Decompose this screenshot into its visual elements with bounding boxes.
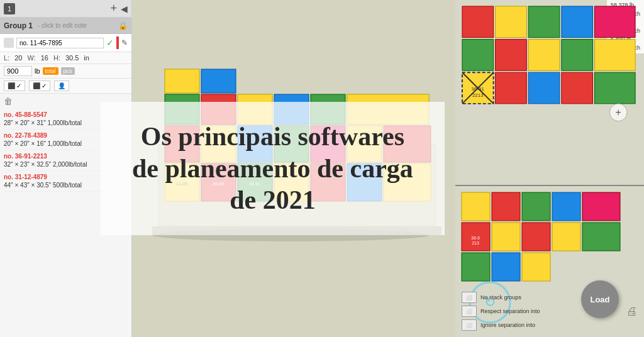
item-dims-3: 44" × 43" × 30.5" xyxy=(4,182,51,189)
total-tag[interactable]: total xyxy=(43,67,58,75)
collapse-icon[interactable]: ◀ xyxy=(121,4,128,14)
ignore-sep-label: Ignore separation into xyxy=(480,322,535,328)
weight-row: lb total pcs xyxy=(0,64,131,79)
svg-rect-56 xyxy=(522,223,550,251)
no-stack-icon[interactable]: ⬜ xyxy=(462,292,477,303)
list-item: no. 36-91-2213 32" × 23" × 32.5" 2,000lb… xyxy=(4,150,128,171)
svg-rect-58 xyxy=(582,223,620,251)
list-item: no. 31-12-4879 44" × 43" × 30.5" 500lb/t… xyxy=(4,171,128,192)
pcs-tag[interactable]: pcs xyxy=(61,67,75,75)
orient-button-3[interactable]: 👤 xyxy=(54,80,69,91)
item-id-1: no. 22-78-4389 xyxy=(4,132,47,139)
print-icon[interactable]: 🖨 xyxy=(626,305,638,318)
ignore-sep-icon[interactable]: ⬜ xyxy=(462,319,477,331)
right-panel: 58,378 lb 2,516.10 ch 1,400 lb 2,041.35 … xyxy=(455,0,644,337)
panel-header: 1 + ◀ xyxy=(0,0,131,18)
item-id-2: no. 36-91-2213 xyxy=(4,153,47,160)
svg-text:+: + xyxy=(616,107,621,118)
svg-rect-57 xyxy=(552,223,580,251)
svg-rect-19 xyxy=(274,94,309,124)
weight-input[interactable] xyxy=(4,66,32,76)
no-stack-label: No stack groups xyxy=(480,294,521,301)
cargo-icon xyxy=(4,38,14,48)
item-dims-1: 20" × 20" × 16" xyxy=(4,140,46,147)
left-panel: 1 + ◀ Group 1 - click to edit note 🔒 ✓ ✎… xyxy=(0,0,132,337)
red-bar xyxy=(116,36,119,49)
svg-rect-32 xyxy=(595,6,636,38)
svg-rect-35 xyxy=(528,40,560,71)
item-weight-3: 500lb/total xyxy=(53,182,82,189)
svg-rect-23 xyxy=(201,69,236,93)
dimensions-row: L: 20 W: 16 H: 30.5 in xyxy=(0,52,131,64)
edit-note: - click to edit note xyxy=(38,22,87,29)
right-bottom-view: 36-9 213 ↻ ⬜ No stack groups ⬜ Respect s… xyxy=(455,186,644,337)
orient-icon-1: ⬛ xyxy=(8,82,15,89)
svg-rect-18 xyxy=(238,94,272,124)
svg-text:45-88: 45-88 xyxy=(213,182,224,186)
unit-label: in xyxy=(84,54,89,62)
add-tab-icon[interactable]: + xyxy=(110,2,117,15)
orient-icon-2: ⬛ xyxy=(33,82,40,89)
svg-rect-10 xyxy=(201,126,236,162)
weight-unit: lb xyxy=(35,67,40,75)
svg-rect-40 xyxy=(528,72,560,104)
group-label: Group 1 xyxy=(4,21,33,30)
svg-rect-30 xyxy=(528,6,560,38)
item-number-input[interactable] xyxy=(16,38,104,48)
svg-rect-7 xyxy=(347,163,382,201)
list-item: no. 22-78-4389 20" × 20" × 16" 1,000lb/t… xyxy=(4,130,128,150)
svg-rect-22 xyxy=(165,69,199,93)
orient-check-1: ✓ xyxy=(16,82,21,89)
orient-row: ⬛ ✓ ⬛ ✓ 👤 xyxy=(0,79,131,94)
item-weight-0: 1,000lb/total xyxy=(48,119,82,126)
width-value: 16 xyxy=(41,54,48,62)
svg-text:2213: 2213 xyxy=(472,92,484,98)
check-icon: ✓ xyxy=(106,38,114,48)
svg-rect-6 xyxy=(311,163,345,201)
cargo-items-list: no. 45-88-5547 28" × 20" × 31" 1,000lb/t… xyxy=(0,106,131,194)
svg-rect-55 xyxy=(492,223,520,251)
orient-button-2[interactable]: ⬛ ✓ xyxy=(29,80,50,91)
svg-rect-41 xyxy=(562,72,593,104)
respect-sep-icon[interactable]: ⬜ xyxy=(462,306,477,317)
svg-rect-17 xyxy=(201,94,236,124)
item-row: ✓ ✎ xyxy=(0,34,131,52)
svg-rect-28 xyxy=(462,6,494,38)
main-container: 1 + ◀ Group 1 - click to edit note 🔒 ✓ ✎… xyxy=(0,0,644,337)
height-value: 30.5 xyxy=(65,54,79,62)
item-id-3: no. 31-12-4879 xyxy=(4,174,47,180)
orient-button-1[interactable]: ⬛ ✓ xyxy=(4,80,25,91)
item-dims-0: 28" × 20" × 31" xyxy=(4,119,46,126)
tab-number[interactable]: 1 xyxy=(4,3,15,14)
load-button[interactable]: Load xyxy=(581,280,619,318)
svg-rect-49 xyxy=(462,192,490,221)
lock-icon[interactable]: 🔒 xyxy=(118,21,128,30)
svg-rect-59 xyxy=(462,253,490,281)
svg-text:36-91: 36-91 xyxy=(249,182,260,186)
svg-text:36-91: 36-91 xyxy=(472,86,485,92)
group-bar[interactable]: Group 1 - click to edit note 🔒 xyxy=(0,18,131,34)
item-weight-2: 2,000lb/total xyxy=(53,161,87,168)
length-label: L: xyxy=(4,54,9,62)
svg-rect-13 xyxy=(311,126,345,162)
icon-row-1: ⬜ No stack groups xyxy=(462,292,540,303)
respect-sep-label: Respect separation into xyxy=(480,308,540,314)
svg-point-27 xyxy=(152,229,429,241)
svg-rect-50 xyxy=(492,192,520,221)
svg-text:11-45: 11-45 xyxy=(176,182,187,186)
trash-icon[interactable]: 🗑 xyxy=(4,96,131,106)
svg-rect-39 xyxy=(496,72,527,104)
svg-rect-52 xyxy=(552,192,580,221)
svg-text:36-9: 36-9 xyxy=(471,236,480,240)
cargo-3d-svg: 11-45 45-88 36-91 xyxy=(132,0,455,337)
edit-icon[interactable]: ✎ xyxy=(121,38,128,47)
svg-rect-37 xyxy=(595,40,636,71)
svg-rect-34 xyxy=(496,40,527,71)
svg-rect-29 xyxy=(496,6,527,38)
icon-row-3: ⬜ Ignore separation into xyxy=(462,319,540,331)
svg-rect-60 xyxy=(492,253,520,281)
svg-rect-36 xyxy=(562,40,593,71)
svg-rect-61 xyxy=(522,253,550,281)
icon-row-2: ⬜ Respect separation into xyxy=(462,306,540,317)
svg-rect-5 xyxy=(274,163,309,201)
